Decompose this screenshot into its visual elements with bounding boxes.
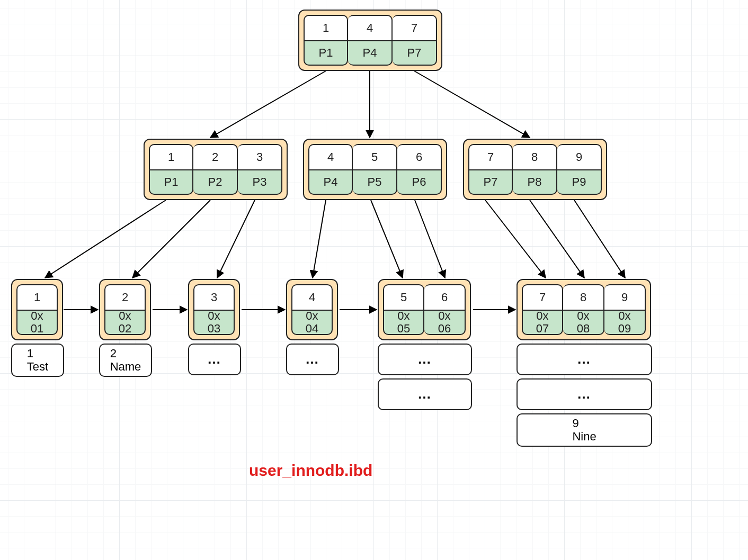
svg-line-7 bbox=[371, 200, 403, 278]
data-row: … bbox=[378, 344, 472, 375]
data-row: … bbox=[286, 344, 339, 375]
leaf-key-cell: 5 bbox=[383, 284, 424, 310]
mid-ptr-cell: P3 bbox=[238, 169, 282, 195]
btree-leaf-node: 30x03 bbox=[188, 279, 240, 340]
svg-line-9 bbox=[485, 200, 546, 278]
leaf-key-cell: 7 bbox=[522, 284, 563, 310]
mid-ptr-cell: P4 bbox=[308, 169, 353, 195]
root-key-cell: 1 bbox=[304, 15, 348, 40]
data-row: … bbox=[188, 344, 241, 375]
btree-leaf-node: 20x02 bbox=[99, 279, 151, 340]
leaf-key-cell: 9 bbox=[604, 284, 646, 310]
btree-mid-node-2: 4P4 5P5 6P6 bbox=[303, 139, 447, 200]
data-row: … bbox=[517, 344, 652, 375]
btree-leaf-node: 40x04 bbox=[286, 279, 338, 340]
mid-key-cell: 6 bbox=[397, 144, 442, 169]
svg-line-6 bbox=[313, 200, 326, 278]
btree-leaf-node: 50x05 60x06 bbox=[378, 279, 471, 340]
btree-leaf-node: 10x01 bbox=[11, 279, 63, 340]
mid-key-cell: 2 bbox=[193, 144, 238, 169]
diagram-caption: user_innodb.ibd bbox=[249, 462, 372, 480]
leaf-val-cell: 0x09 bbox=[604, 310, 646, 335]
root-ptr-cell: P1 bbox=[304, 40, 348, 66]
mid-key-cell: 5 bbox=[353, 144, 397, 169]
mid-ptr-cell: P5 bbox=[353, 169, 397, 195]
mid-ptr-cell: P8 bbox=[513, 169, 557, 195]
root-key-cell: 4 bbox=[348, 15, 393, 40]
leaf-val-cell: 0x02 bbox=[104, 310, 146, 335]
leaf-wrap-5: 50x05 60x06 … … bbox=[378, 279, 472, 410]
btree-leaf-node: 70x07 80x08 90x09 bbox=[517, 279, 651, 340]
leaf-key-cell: 3 bbox=[193, 284, 235, 310]
svg-line-10 bbox=[530, 200, 584, 278]
diagram-stage: 1 P1 4 P4 7 P7 1P1 2P2 3P3 4P4 5P5 6P6 7… bbox=[0, 0, 748, 560]
mid-key-cell: 7 bbox=[468, 144, 513, 169]
mid-key-cell: 4 bbox=[308, 144, 353, 169]
mid-ptr-cell: P6 bbox=[397, 169, 442, 195]
root-ptr-cell: P7 bbox=[393, 40, 437, 66]
mid-ptr-cell: P2 bbox=[193, 169, 238, 195]
leaf-val-cell: 0x05 bbox=[383, 310, 424, 335]
leaf-key-cell: 6 bbox=[424, 284, 466, 310]
leaf-val-cell: 0x03 bbox=[193, 310, 235, 335]
mid-ptr-cell: P7 bbox=[468, 169, 513, 195]
mid-key-cell: 3 bbox=[238, 144, 282, 169]
data-row: 1Test bbox=[11, 344, 64, 377]
svg-line-11 bbox=[574, 200, 625, 278]
mid-key-cell: 9 bbox=[557, 144, 602, 169]
btree-mid-node-3: 7P7 8P8 9P9 bbox=[463, 139, 607, 200]
mid-ptr-cell: P9 bbox=[557, 169, 602, 195]
mid-key-cell: 8 bbox=[513, 144, 557, 169]
svg-line-0 bbox=[210, 71, 326, 138]
leaf-val-cell: 0x01 bbox=[16, 310, 58, 335]
data-row: … bbox=[517, 378, 652, 410]
leaf-wrap-2: 20x02 2Name bbox=[99, 279, 152, 377]
data-row: 2Name bbox=[99, 344, 152, 377]
root-key-cell: 7 bbox=[393, 15, 437, 40]
svg-line-8 bbox=[415, 200, 445, 278]
svg-line-3 bbox=[45, 200, 166, 278]
leaf-key-cell: 8 bbox=[563, 284, 604, 310]
leaf-wrap-4: 40x04 … bbox=[286, 279, 339, 375]
data-row: 9Nine bbox=[517, 413, 652, 447]
btree-root-node: 1 P1 4 P4 7 P7 bbox=[298, 10, 442, 71]
svg-line-4 bbox=[132, 200, 210, 278]
leaf-wrap-3: 30x03 … bbox=[188, 279, 241, 375]
leaf-wrap-6: 70x07 80x08 90x09 … … 9Nine bbox=[517, 279, 652, 447]
leaf-key-cell: 1 bbox=[16, 284, 58, 310]
mid-ptr-cell: P1 bbox=[149, 169, 193, 195]
svg-line-5 bbox=[217, 200, 255, 278]
leaf-key-cell: 4 bbox=[291, 284, 333, 310]
leaf-val-cell: 0x07 bbox=[522, 310, 563, 335]
mid-key-cell: 1 bbox=[149, 144, 193, 169]
root-ptr-cell: P4 bbox=[348, 40, 393, 66]
leaf-key-cell: 2 bbox=[104, 284, 146, 310]
data-row: … bbox=[378, 378, 472, 410]
leaf-val-cell: 0x08 bbox=[563, 310, 604, 335]
svg-line-2 bbox=[414, 71, 530, 138]
leaf-val-cell: 0x06 bbox=[424, 310, 466, 335]
leaf-val-cell: 0x04 bbox=[291, 310, 333, 335]
leaf-wrap-1: 10x01 1Test bbox=[11, 279, 64, 377]
btree-mid-node-1: 1P1 2P2 3P3 bbox=[144, 139, 288, 200]
